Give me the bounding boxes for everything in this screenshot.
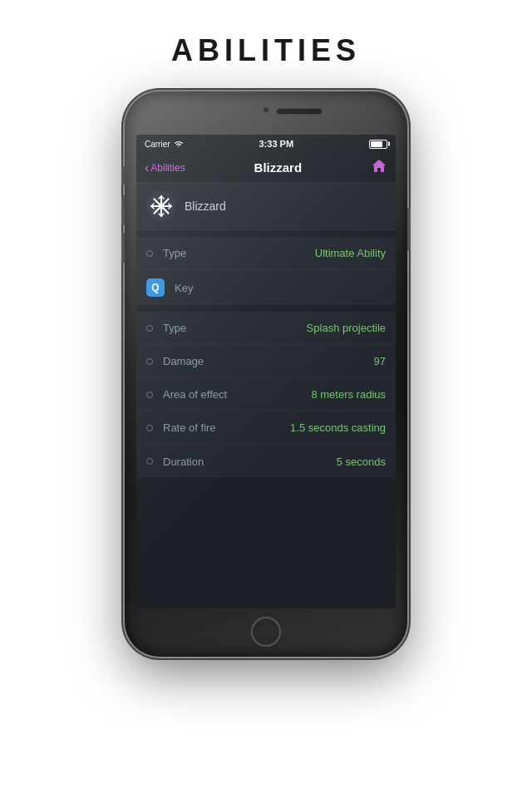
page-title: ABILITIES — [171, 33, 361, 68]
ability-header: Blizzard — [136, 183, 396, 230]
home-icon[interactable] — [371, 158, 387, 177]
nav-bar: ‹ Abilities Blizzard — [136, 153, 396, 183]
row-value-rof: 1.5 seconds casting — [290, 421, 386, 434]
row-type-1: Type Ultimate Ability — [136, 237, 396, 270]
phone-frame: Carrier 3:33 PM ‹ Abilities Blizzard — [125, 91, 407, 657]
bullet-icon — [146, 325, 153, 332]
bullet-icon — [146, 250, 153, 257]
bullet-icon — [146, 358, 153, 365]
row-value-type-1: Ultimate Ability — [315, 247, 386, 259]
bullet-icon — [146, 458, 153, 465]
bullet-icon — [146, 392, 153, 398]
row-label-type-2: Type — [163, 322, 307, 334]
row-label-rof: Rate of fire — [163, 421, 290, 434]
chevron-left-icon: ‹ — [145, 161, 149, 175]
row-duration: Duration 5 seconds — [136, 445, 396, 478]
back-button[interactable]: ‹ Abilities — [145, 161, 185, 175]
phone-screen: Carrier 3:33 PM ‹ Abilities Blizzard — [136, 135, 396, 608]
row-value-aoe: 8 meters radius — [311, 388, 386, 401]
section-2: Type Splash projectile Damage 97 Area of… — [136, 312, 396, 478]
status-time: 3:33 PM — [259, 139, 293, 149]
row-label-type-1: Type — [163, 247, 315, 259]
wifi-icon — [174, 140, 184, 148]
row-damage: Damage 97 — [136, 345, 396, 378]
row-value-type-2: Splash projectile — [307, 322, 386, 334]
row-label-duration: Duration — [163, 456, 337, 468]
row-label-damage: Damage — [163, 355, 374, 367]
row-value-duration: 5 seconds — [337, 456, 386, 468]
row-aoe: Area of effect 8 meters radius — [136, 378, 396, 411]
content-area: Blizzard Type Ultimate Ability Q Key — [136, 183, 396, 478]
key-badge: Q — [146, 278, 165, 297]
carrier-text: Carrier — [145, 140, 170, 149]
row-type-2: Type Splash projectile — [136, 312, 396, 345]
row-label-key: Key — [175, 282, 386, 294]
ability-name: Blizzard — [185, 200, 226, 213]
nav-title: Blizzard — [254, 160, 303, 175]
bullet-icon — [146, 425, 153, 431]
status-bar: Carrier 3:33 PM — [136, 135, 396, 153]
ability-icon — [146, 191, 176, 221]
row-rof: Rate of fire 1.5 seconds casting — [136, 411, 396, 445]
section-1: Type Ultimate Ability Q Key — [136, 237, 396, 305]
back-label: Abilities — [150, 162, 185, 174]
row-key: Q Key — [136, 270, 396, 305]
row-label-aoe: Area of effect — [163, 388, 311, 401]
battery-indicator — [369, 140, 387, 149]
row-value-damage: 97 — [374, 355, 386, 367]
